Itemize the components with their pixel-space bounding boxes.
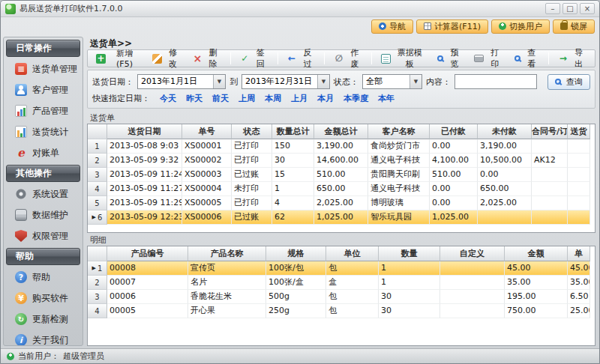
minimize-icon[interactable] — [545, 3, 560, 14]
close-icon[interactable] — [580, 3, 595, 14]
quick-date-5[interactable]: 上月 — [291, 93, 308, 104]
column-header[interactable]: 产品编号 — [107, 246, 188, 261]
sidebar-item-label: 权限管理 — [32, 230, 68, 243]
quick-date-1[interactable]: 昨天 — [186, 93, 202, 104]
quick-date-6[interactable]: 本月 — [317, 93, 334, 104]
sidebar-item-statement[interactable]: 对账单 — [4, 142, 82, 163]
column-header[interactable]: 单位 — [326, 246, 379, 261]
quick-date-2[interactable]: 前天 — [212, 93, 229, 104]
help-icon — [15, 271, 27, 283]
column-header[interactable]: 未付款 — [478, 124, 532, 139]
content-input[interactable] — [454, 74, 537, 89]
sidebar-section-header-2[interactable]: 帮助 — [6, 248, 80, 265]
table-row[interactable]: 12013-05-08 9:03XS00001已打印1503,190.00食尚炒… — [88, 139, 595, 154]
user-icon — [7, 353, 14, 360]
toolbar-signback-button[interactable]: 签回 — [235, 51, 274, 66]
quick-date-4[interactable]: 本周 — [265, 93, 281, 104]
stats-icon — [15, 126, 27, 138]
chevron-down-icon[interactable]: ▼ — [410, 75, 422, 88]
column-header[interactable]: 送货日期 — [107, 124, 182, 139]
quick-date-0[interactable]: 今天 — [160, 93, 176, 104]
column-header[interactable]: 送货 — [568, 124, 590, 139]
topbar-button-calculator[interactable]: 计算器(F11) — [416, 19, 488, 34]
sidebar-item-product[interactable]: 产品管理 — [4, 100, 82, 121]
update-icon — [15, 313, 27, 325]
quick-date-3[interactable]: 上周 — [238, 93, 255, 104]
quick-date-8[interactable]: 本年 — [378, 93, 394, 104]
table-row[interactable]: 300006香脆花生米500g包30195.006.50 — [88, 290, 595, 304]
sidebar-item-help[interactable]: 帮助 — [4, 267, 82, 288]
sidebar-item-settings[interactable]: 系统设置 — [4, 183, 82, 204]
table-row[interactable]: 32013-05-09 11:24XS00003已过账15510.00贵阳腾天印… — [88, 168, 595, 182]
toolbar-void-button[interactable]: 作废 — [328, 51, 368, 66]
sidebar-item-delivery[interactable]: 送货单管理 — [4, 58, 82, 79]
sidebar-item-buy[interactable]: 购买软件 — [4, 288, 82, 309]
table-row[interactable]: ▶100008宣传页100张/包包145.0045.00 — [88, 261, 595, 276]
toolbar-view-button[interactable]: 查看 — [509, 51, 544, 66]
sidebar-item-about[interactable]: 关于我们 — [4, 330, 82, 346]
sidebar-item-customer[interactable]: 客户管理 — [4, 79, 82, 100]
date-from-combobox[interactable]: 2013年1月1日 ▼ — [137, 74, 226, 89]
toolbar-edit-button[interactable]: 修改 — [147, 51, 186, 66]
table-cell: 2013-05-09 9:32 — [107, 154, 182, 168]
table-row[interactable]: ▶62013-05-09 12:23XS00006已过账621,025.00智乐… — [88, 210, 595, 225]
query-button[interactable]: 查询 — [548, 74, 590, 90]
app-icon — [5, 4, 16, 14]
table-cell: 650.00 — [314, 182, 368, 196]
table-row[interactable]: 22013-05-09 9:32XS00002已打印3014,600.00通义电… — [88, 154, 595, 168]
toolbar-template-button[interactable]: 票据模板 — [376, 51, 430, 66]
sidebar-item-data[interactable]: 数据维护 — [4, 204, 82, 225]
quick-date-7[interactable]: 本季度 — [344, 93, 368, 104]
column-header[interactable]: 单 — [568, 246, 590, 261]
sidebar-item-label: 数据维护 — [32, 209, 68, 222]
toolbar-print-button[interactable]: 打印 — [469, 51, 508, 66]
table-cell: 食尚炒货门市 — [368, 139, 430, 154]
sidebar-item-stats[interactable]: 送货统计 — [4, 121, 82, 142]
table-row[interactable]: 52013-05-09 11:29XS00005已打印42,025.00博明玻璃… — [88, 196, 595, 210]
column-header[interactable]: 自定义 — [440, 246, 505, 261]
chevron-down-icon[interactable]: ▼ — [317, 75, 329, 88]
row-number-text: 6 — [98, 213, 102, 222]
table-row[interactable]: 200007名片100张/盒盒135.0035.00 — [88, 276, 595, 290]
column-header[interactable]: 合同号/订 — [532, 124, 568, 139]
maximize-icon[interactable] — [562, 3, 578, 14]
table-cell: 1 — [379, 261, 440, 276]
column-header[interactable]: 金额 — [505, 246, 568, 261]
column-header[interactable]: 金额总计 — [314, 124, 368, 139]
topbar-button-switch-user[interactable]: 切换用户 — [491, 19, 550, 34]
chevron-down-icon[interactable]: ▼ — [213, 75, 225, 88]
window-title: 易辰送货单打印软件1.7.0.0 — [20, 3, 542, 14]
toolbar-separator — [548, 52, 549, 64]
column-header[interactable]: 数量总计 — [272, 124, 314, 139]
sidebar-section-header-1[interactable]: 其他操作 — [6, 165, 80, 182]
column-header[interactable]: 状态 — [232, 124, 272, 139]
export-icon — [558, 54, 568, 64]
table-row[interactable]: 400005开心果250g包30750.0025.00 — [88, 304, 595, 318]
topbar-button-nav[interactable]: 导航 — [371, 19, 413, 34]
toolbar-revert-button[interactable]: 反过 — [282, 51, 321, 66]
status-user-value: 超级管理员 — [63, 351, 104, 362]
status-combobox[interactable]: 全部 ▼ — [362, 74, 422, 89]
column-header[interactable]: 客户名称 — [368, 124, 430, 139]
date-to-combobox[interactable]: 2013年12月31日 ▼ — [242, 74, 330, 89]
details-section-label: 明细 — [87, 234, 596, 246]
column-header[interactable]: 单号 — [182, 124, 232, 139]
sidebar-item-update[interactable]: 更新检测 — [4, 309, 82, 330]
lock-icon — [560, 22, 568, 30]
table-cell: 智乐玩具园 — [368, 210, 430, 225]
toolbar-delete-button[interactable]: 删除 — [188, 51, 226, 66]
toolbar-preview-button[interactable]: 预览 — [432, 51, 467, 66]
column-header[interactable]: 已付款 — [430, 124, 478, 139]
toolbar-add-button[interactable]: 新增(F5) — [91, 51, 146, 66]
column-header[interactable]: 数量 — [379, 246, 440, 261]
tab-delivery-orders[interactable]: 送货单>> — [87, 37, 596, 49]
row-number-text: 2 — [94, 157, 99, 165]
table-row[interactable]: 42013-05-09 11:27XS00004未打印1650.00通义电子科技… — [88, 182, 595, 196]
topbar-button-lock[interactable]: 锁屏 — [553, 19, 595, 34]
toolbar-export-button[interactable]: 导出 — [553, 51, 592, 66]
table-cell — [532, 168, 568, 182]
sidebar-item-shield[interactable]: 权限管理 — [4, 225, 82, 246]
sidebar-section-header-0[interactable]: 日常操作 — [6, 40, 80, 57]
column-header[interactable]: 产品名称 — [188, 246, 266, 261]
column-header[interactable]: 规格 — [266, 246, 326, 261]
